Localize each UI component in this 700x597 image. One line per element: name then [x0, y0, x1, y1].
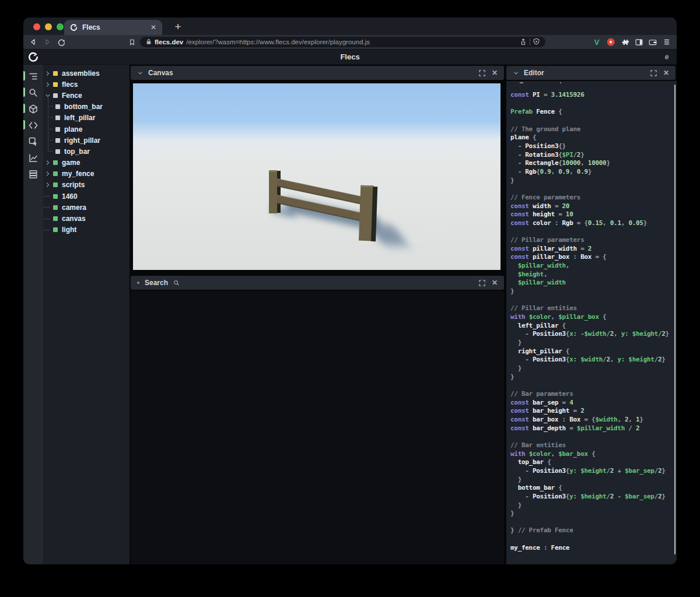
- fence-left-pillar-side: [277, 171, 281, 213]
- reload-button[interactable]: [55, 36, 67, 48]
- vue-devtools-extension-icon[interactable]: V: [591, 36, 603, 48]
- code-line: [510, 433, 672, 441]
- close-panel-icon[interactable]: ✕: [662, 68, 671, 78]
- code-line: Prefab Fence {: [510, 108, 672, 117]
- tree-item-light[interactable]: light: [43, 224, 130, 236]
- chevron-right-icon[interactable]: [46, 71, 51, 76]
- tree-item-Fence[interactable]: Fence: [43, 90, 130, 101]
- tree-item-flecs[interactable]: flecs: [43, 79, 130, 90]
- tree-item-top_bar[interactable]: top_bar: [43, 146, 130, 157]
- code-line: with $color, $bar_box {: [510, 450, 672, 459]
- code-line: $pillar_width: [510, 279, 672, 287]
- tree-item-scripts[interactable]: scripts: [43, 180, 130, 191]
- sidebar-icon-charts[interactable]: [23, 150, 43, 165]
- fullscreen-icon[interactable]: [477, 278, 487, 287]
- tree-item-camera[interactable]: camera: [43, 202, 130, 213]
- tree-item-bottom_bar[interactable]: bottom_bar: [43, 101, 130, 113]
- chevron-right-icon[interactable]: [46, 82, 51, 87]
- share-link-icon[interactable]: [663, 53, 671, 64]
- code-line: const height = 10: [510, 210, 672, 219]
- tree-item-plane[interactable]: plane: [43, 124, 130, 135]
- code-line: // Bar parameters: [510, 390, 672, 399]
- search-results-area[interactable]: [131, 291, 504, 564]
- tree-item-right_pillar[interactable]: right_pillar: [43, 135, 130, 146]
- code-line: [510, 228, 672, 237]
- brave-shield-icon[interactable]: [533, 38, 540, 46]
- tree-item-assemblies[interactable]: assemblies: [43, 68, 130, 79]
- code-line: const bar_box : Box = {$width, 2, 1}: [510, 416, 672, 424]
- editor-panel-header: Editor ✕: [506, 66, 676, 80]
- red-shield-extension-icon[interactable]: [605, 36, 617, 48]
- entity-square-icon: [55, 115, 60, 120]
- tab-close-button[interactable]: ✕: [150, 23, 156, 31]
- code-line: [510, 100, 672, 108]
- tree-item-game[interactable]: game: [43, 157, 130, 168]
- extensions-puzzle-icon[interactable]: [619, 36, 631, 48]
- chevron-down-icon[interactable]: [135, 68, 145, 78]
- tree-item-left_pillar[interactable]: left_pillar: [43, 113, 130, 124]
- forward-button[interactable]: [41, 36, 53, 48]
- editor-scrollbar[interactable]: [674, 85, 676, 554]
- browser-menu-icon[interactable]: [661, 36, 673, 48]
- code-line: // Bar entities: [510, 441, 672, 450]
- code-line: }: [510, 373, 672, 382]
- charts-icon: [28, 153, 38, 163]
- tree-item-my_fence[interactable]: my_fence: [43, 168, 130, 180]
- fullscreen-icon[interactable]: [477, 68, 487, 78]
- canvas-3d-viewport[interactable]: [133, 83, 501, 270]
- code-line: }: [510, 501, 672, 510]
- address-bar[interactable]: flecs.dev/explorer/?wasm=https://www.fle…: [140, 37, 545, 47]
- chevron-right-icon[interactable]: [46, 160, 51, 166]
- chevron-down-icon[interactable]: [511, 68, 520, 78]
- sidebar-icon-canvas-3d[interactable]: [23, 101, 43, 116]
- sidebar-toggle-icon[interactable]: [633, 36, 645, 48]
- inspector-icon: [28, 136, 38, 147]
- code-line: left_pillar {: [510, 322, 672, 331]
- new-tab-button[interactable]: +: [170, 19, 186, 34]
- sidebar-icon-tree-view[interactable]: [23, 69, 43, 83]
- fullscreen-icon[interactable]: [649, 68, 658, 78]
- wallet-icon[interactable]: [647, 36, 659, 48]
- code-line: const bar_height = 2: [510, 407, 672, 416]
- chevron-right-icon[interactable]: [46, 171, 51, 177]
- close-window-button[interactable]: [33, 23, 40, 30]
- back-button[interactable]: [27, 36, 39, 48]
- tree-item-label: bottom_bar: [64, 103, 103, 111]
- close-panel-icon[interactable]: ✕: [490, 278, 499, 287]
- tree-item-label: Fence: [62, 92, 82, 100]
- sidebar-icon-inspector[interactable]: [23, 134, 43, 149]
- tree-leaf-line: [43, 219, 50, 219]
- entity-square-icon: [53, 93, 58, 98]
- code-line: - Position3{x: $width/2, y: $height/2}: [510, 356, 672, 364]
- active-indicator: [23, 71, 25, 80]
- tree-connector-line: [48, 130, 53, 141]
- zoom-window-button[interactable]: [57, 23, 64, 30]
- close-panel-icon[interactable]: ✕: [490, 68, 499, 78]
- search-panel-header: Search ✕: [131, 276, 504, 290]
- sidebar-icon-code-editor[interactable]: [23, 118, 43, 132]
- tree-item-1460[interactable]: 1460: [43, 191, 130, 202]
- share-icon[interactable]: [520, 38, 527, 47]
- search-icon: [172, 278, 181, 287]
- chevron-right-icon[interactable]: [46, 182, 51, 188]
- code-line: [510, 535, 672, 544]
- entity-tree-panel: assembliesflecsFencebottom_barleft_pilla…: [43, 65, 130, 564]
- canvas-panel-title: Canvas: [148, 69, 173, 77]
- entity-square-icon: [55, 104, 60, 109]
- code-line: }: [510, 364, 672, 373]
- browser-window: Flecs ✕ + flecs.dev/explorer/?wasm=https…: [23, 17, 677, 564]
- sidebar-icon-search[interactable]: [23, 85, 43, 100]
- code-editor[interactable]: const PI = 3.1415926 Prefab Fence { // T…: [506, 81, 677, 564]
- panel-iconbar: [23, 65, 43, 564]
- tree-item-label: light: [62, 226, 76, 234]
- minimize-window-button[interactable]: [45, 23, 52, 30]
- tree-item-canvas[interactable]: canvas: [43, 213, 130, 224]
- tree-connector-line: [48, 119, 53, 129]
- browser-tab[interactable]: Flecs ✕: [64, 20, 162, 35]
- bookmark-icon[interactable]: [126, 36, 138, 48]
- sidebar-icon-data-tables[interactable]: [23, 167, 43, 181]
- entity-square-icon: [53, 227, 58, 232]
- tree-item-label: scripts: [62, 181, 85, 189]
- collapsed-indicator-dot[interactable]: [137, 282, 139, 284]
- code-line: [510, 117, 672, 125]
